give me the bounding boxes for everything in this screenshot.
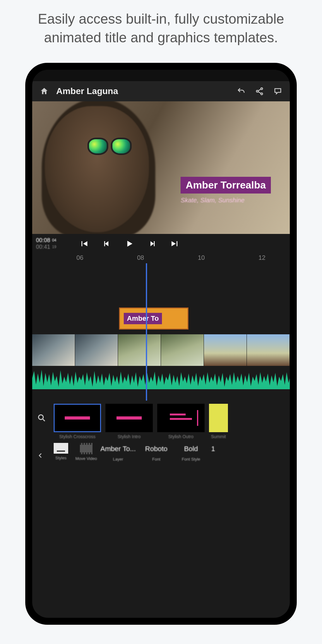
inspector-label: Font <box>152 457 160 462</box>
template-thumbnail[interactable] <box>209 404 228 432</box>
video-track[interactable] <box>32 334 290 366</box>
audio-track[interactable] <box>32 366 290 391</box>
video-thumbnail <box>75 334 118 366</box>
title-clip[interactable]: Amber To <box>119 307 188 330</box>
template-label: Summit <box>211 434 226 439</box>
ruler-tick: 12 <box>259 254 265 261</box>
video-thumbnail <box>161 334 204 366</box>
template-label: Stylish Crosscross <box>59 434 95 439</box>
template-thumbnail[interactable] <box>54 404 101 432</box>
timeline[interactable]: Amber To <box>32 263 290 401</box>
play-icon[interactable] <box>124 239 134 249</box>
inspector-label: Styles <box>55 456 66 460</box>
video-thumbnail <box>32 334 75 366</box>
title-clip-label: Amber To <box>124 313 162 324</box>
share-icon[interactable] <box>253 85 266 98</box>
lower-third-name: Amber Torrealba <box>181 177 271 194</box>
template-thumbnail[interactable] <box>105 404 153 432</box>
preview-subject-face <box>45 106 149 232</box>
playback-controls <box>79 239 180 249</box>
time-ruler[interactable]: 06 08 10 12 <box>32 252 290 263</box>
inspector-layer[interactable]: Amber To... Layer <box>100 443 136 462</box>
inspector-bar: Styles Move Video Amber To... Layer Robo… <box>32 440 290 472</box>
ruler-tick: 10 <box>198 254 205 261</box>
preview-sunglasses <box>87 138 135 157</box>
phone-frame: Amber Laguna Amber Torrealba Skate, Slam… <box>25 63 297 625</box>
inspector-label: Layer <box>113 457 123 462</box>
title-templates-row: Stylish Crosscross Stylish Intro Stylish… <box>32 401 290 440</box>
audio-waveform <box>32 367 290 389</box>
ruler-tick: 06 <box>76 254 83 261</box>
filmstrip-icon <box>80 443 92 454</box>
video-thumbnail <box>247 334 290 366</box>
app-header: Amber Laguna <box>32 81 290 101</box>
total-frames: 19 <box>52 245 56 249</box>
undo-icon[interactable] <box>235 85 247 98</box>
goto-start-icon[interactable] <box>79 239 89 249</box>
phone-screen: Amber Laguna Amber Torrealba Skate, Slam… <box>32 70 290 618</box>
current-time: 00:08 <box>36 237 50 244</box>
video-thumbnail <box>204 334 247 366</box>
inspector-extra[interactable]: 1 <box>208 443 218 455</box>
playhead[interactable] <box>146 263 147 401</box>
total-time: 00:41 <box>36 244 50 250</box>
styles-icon <box>54 443 68 454</box>
template-thumbnail[interactable] <box>157 404 205 432</box>
title-template: Stylish Intro <box>105 404 153 439</box>
svg-point-3 <box>39 415 43 420</box>
video-thumbnail <box>118 334 161 366</box>
inspector-value: Roboto <box>145 443 168 455</box>
template-label: Stylish Outro <box>168 434 194 439</box>
project-title: Amber Laguna <box>56 86 229 96</box>
lower-third-subtitle: Skate, Slam, Sunshine <box>181 197 271 204</box>
step-back-icon[interactable] <box>102 239 112 249</box>
status-bar <box>32 70 290 81</box>
inspector-value: Amber To... <box>100 443 136 455</box>
inspector-label: Move Video <box>75 456 97 461</box>
marketing-caption: Easily access built-in, fully customizab… <box>19 0 303 63</box>
home-icon[interactable] <box>38 85 51 98</box>
inspector-value: 1 <box>211 443 215 455</box>
title-template: Summit <box>209 404 228 439</box>
step-forward-icon[interactable] <box>147 239 157 249</box>
title-template: Stylish Outro <box>157 404 205 439</box>
search-icon[interactable] <box>34 404 49 432</box>
timecode: 00:08 04 00:41 19 <box>36 237 56 250</box>
inspector-font-style[interactable]: Bold Font Style <box>177 443 205 462</box>
inspector-value: Bold <box>184 443 198 455</box>
inspector-styles[interactable]: Styles <box>50 443 72 460</box>
ruler-tick: 08 <box>137 254 144 261</box>
title-template: Stylish Crosscross <box>54 404 101 439</box>
template-label: Stylish Intro <box>117 434 140 439</box>
inspector-move-video[interactable]: Move Video <box>75 443 97 461</box>
transport-bar: 00:08 04 00:41 19 <box>32 234 290 252</box>
back-icon[interactable] <box>34 443 47 468</box>
video-preview[interactable]: Amber Torrealba Skate, Slam, Sunshine <box>32 101 290 234</box>
inspector-label: Font Style <box>182 457 200 462</box>
goto-end-icon[interactable] <box>170 239 180 249</box>
lower-third-title[interactable]: Amber Torrealba Skate, Slam, Sunshine <box>181 177 271 204</box>
current-frames: 04 <box>52 238 56 242</box>
inspector-font[interactable]: Roboto Font <box>139 443 174 462</box>
comment-icon[interactable] <box>271 85 284 98</box>
